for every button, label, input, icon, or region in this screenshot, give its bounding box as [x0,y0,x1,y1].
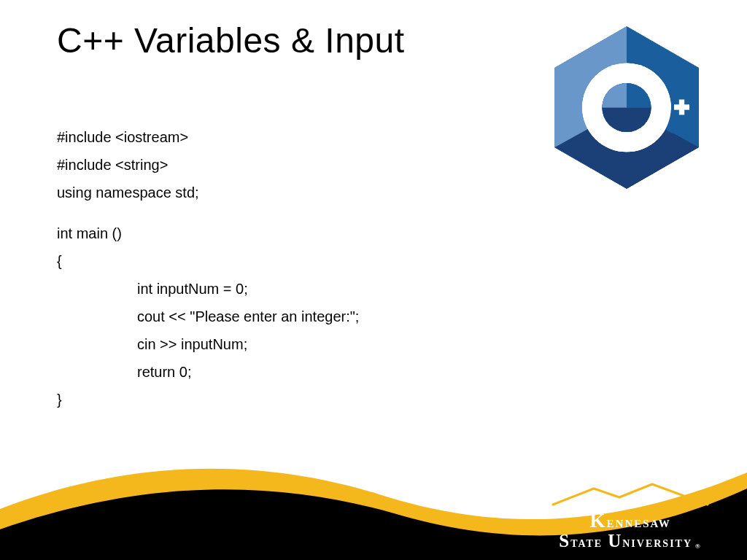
svg-rect-31 [661,99,666,114]
code-line: #include <iostream> [57,130,359,144]
code-line: int main () [57,226,359,241]
ksu-text-2: State University® [535,531,725,551]
slide-title: C++ Variables & Input [57,20,405,61]
code-line: cin >> inputNum; [57,337,359,351]
code-line: using namespace std; [57,185,359,200]
mountain-icon [550,481,711,506]
code-line: int inputNum = 0; [57,281,359,296]
code-line: cout << "Please enter an integer:"; [57,309,359,324]
ksu-logo: Kennesaw State University® [535,481,725,547]
code-block: #include <iostream> #include <string> us… [57,130,359,420]
code-line: { [57,254,359,268]
ksu-text-1: Kennesaw [535,510,725,531]
code-line: } [57,392,359,407]
code-line: #include <string> [57,158,359,172]
code-line: return 0; [57,365,359,379]
svg-rect-33 [679,99,684,114]
cpp-logo-icon [550,22,703,193]
slide: C++ Variables & Input [0,0,747,560]
